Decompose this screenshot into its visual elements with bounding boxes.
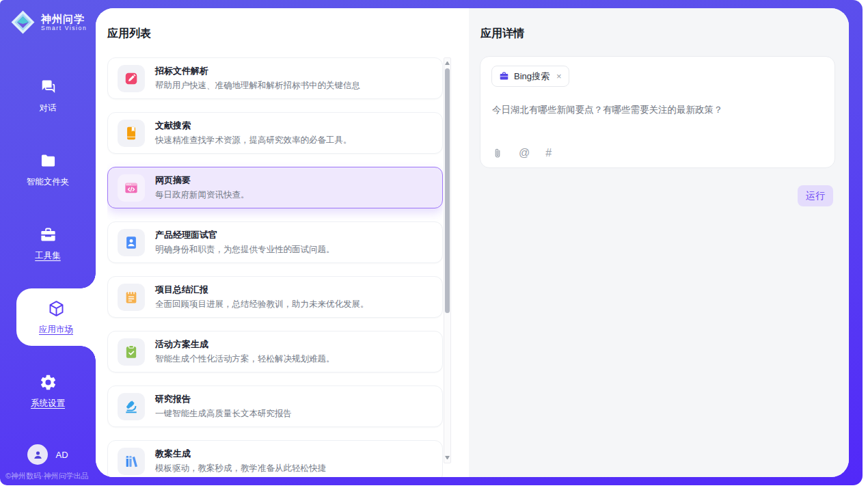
- diamond-logo-icon: [10, 10, 36, 35]
- mention-icon[interactable]: @: [519, 148, 530, 159]
- books-icon: [118, 448, 145, 475]
- copyright-note: ©神州数码·神州问学出品: [5, 471, 89, 481]
- app-card-web-digest[interactable]: 网页摘要 每日政府新闻资讯快查。: [107, 167, 443, 208]
- microscope-icon: [118, 393, 145, 420]
- clipboard-icon: [118, 338, 145, 366]
- sidebar-item-smart-folders[interactable]: 智能文件夹: [0, 148, 96, 191]
- app-card-lesson-plan[interactable]: 教案生成 模板驱动，教案秒成，教学准备从此轻松快捷: [107, 440, 443, 477]
- person-icon: [32, 449, 44, 461]
- run-button[interactable]: 运行: [798, 185, 833, 206]
- app-detail-panel: 应用详情 Bing搜索 × 今日湖北有哪些新闻要点？有哪些需要关注的最新政策？ …: [469, 8, 849, 477]
- gear-icon: [39, 373, 57, 392]
- app-frame: 神州问学 Smart Vision 对话 智能文件夹 工具集 应用市场 系统设置…: [0, 0, 863, 485]
- composer-toolbar: @ #: [492, 148, 552, 159]
- folder-icon: [39, 152, 57, 170]
- app-root: { "brand": { "name": "神州问学", "subtitle":…: [0, 0, 868, 488]
- sidebar-nav: 对话 智能文件夹 工具集 应用市场 系统设置: [0, 74, 96, 443]
- prompt-card: Bing搜索 × 今日湖北有哪些新闻要点？有哪些需要关注的最新政策？ @ #: [480, 56, 835, 168]
- user-row[interactable]: AD: [0, 444, 96, 465]
- interview-icon: [118, 229, 145, 256]
- sidebar-item-app-market[interactable]: 应用市场: [16, 288, 96, 346]
- app-card-project-summary[interactable]: 项目总结汇报 全面回顾项目进展，总结经验教训，助力未来优化发展。: [107, 276, 443, 318]
- close-icon[interactable]: ×: [556, 71, 562, 81]
- app-list-title: 应用列表: [107, 27, 151, 41]
- tool-chip-label: Bing搜索: [514, 70, 550, 83]
- chat-icon: [39, 78, 57, 96]
- run-row: 运行: [798, 185, 833, 206]
- content-area: 应用列表 招标文件解析 帮助用户快速、准确地理解和解析招标书中的关键信息 文献搜…: [96, 8, 849, 477]
- app-card-tender-doc-parse[interactable]: 招标文件解析 帮助用户快速、准确地理解和解析招标书中的关键信息: [107, 57, 443, 99]
- brand-name: 神州问学: [41, 13, 87, 25]
- scrollbar[interactable]: [444, 57, 451, 463]
- briefcase-icon: [499, 71, 509, 81]
- browser-icon: [118, 174, 145, 202]
- notepad-icon: [118, 284, 145, 311]
- tool-chip-bing-search[interactable]: Bing搜索 ×: [491, 66, 569, 87]
- toolbox-icon: [39, 226, 57, 244]
- user-initials: AD: [55, 450, 68, 460]
- app-list-panel: 应用列表 招标文件解析 帮助用户快速、准确地理解和解析招标书中的关键信息 文献搜…: [96, 8, 469, 477]
- cube-icon: [47, 299, 66, 318]
- brand-subtitle: Smart Vision: [41, 25, 87, 31]
- scroll-up-arrow-icon[interactable]: [445, 62, 450, 65]
- app-card-list: 招标文件解析 帮助用户快速、准确地理解和解析招标书中的关键信息 文献搜索 快速精…: [107, 57, 443, 477]
- scrollbar-thumb[interactable]: [445, 68, 450, 313]
- sidebar-item-chat[interactable]: 对话: [0, 74, 96, 118]
- attachment-icon[interactable]: [492, 148, 503, 159]
- scroll-down-arrow-icon[interactable]: [445, 456, 450, 459]
- edit-icon: [118, 65, 145, 92]
- app-card-pm-interviewer[interactable]: 产品经理面试官 明确身份和职责，为您提供专业性的面试问题。: [107, 221, 443, 263]
- hash-icon[interactable]: #: [545, 148, 552, 159]
- avatar[interactable]: [27, 444, 48, 465]
- app-card-event-plan[interactable]: 活动方案生成 智能生成个性化活动方案，轻松解决规划难题。: [107, 331, 443, 372]
- app-card-literature-search[interactable]: 文献搜索 快速精准查找学术资源，提高研究效率的必备工具。: [107, 112, 443, 154]
- sidebar-item-toolset[interactable]: 工具集: [0, 221, 96, 265]
- app-card-research-report[interactable]: 研究报告 一键智能生成高质量长文本研究报告: [107, 385, 443, 427]
- app-detail-title: 应用详情: [480, 27, 524, 41]
- sidebar: 神州问学 Smart Vision 对话 智能文件夹 工具集 应用市场 系统设置…: [0, 0, 96, 485]
- query-input[interactable]: 今日湖北有哪些新闻要点？有哪些需要关注的最新政策？: [492, 103, 824, 117]
- brand-logo: 神州问学 Smart Vision: [10, 10, 87, 35]
- book-icon: [118, 120, 145, 147]
- sidebar-item-system-settings[interactable]: 系统设置: [0, 369, 96, 413]
